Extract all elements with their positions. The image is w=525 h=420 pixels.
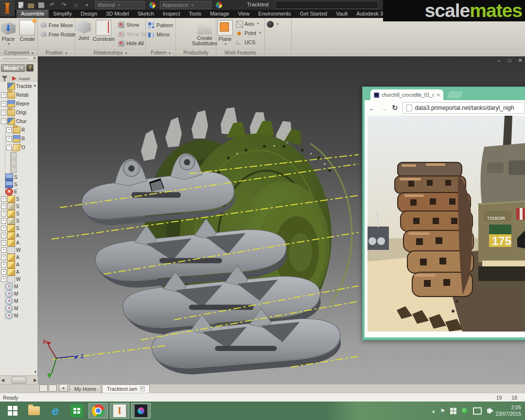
tree-item[interactable]: +S (0, 210, 37, 217)
tree-item[interactable]: M (0, 312, 37, 319)
tab-view[interactable]: View (234, 10, 254, 18)
material-sphere-icon[interactable] (149, 2, 156, 8)
work-features-group-label[interactable]: Work Features (216, 50, 265, 56)
scroll-right-icon[interactable]: ▶ (34, 378, 37, 383)
tree-h-scrollbar[interactable]: ◀ ▶ (0, 375, 38, 384)
constrain-button[interactable]: Constrain (93, 20, 115, 48)
browser-mode-button[interactable]: Model▾ (1, 64, 25, 72)
scroll-left-icon[interactable]: ◀ (1, 378, 4, 383)
pattern-button[interactable]: Pattern (146, 20, 175, 30)
appearance-sphere-icon[interactable] (216, 2, 222, 8)
open-file-icon[interactable] (28, 3, 34, 8)
store-button[interactable] (67, 403, 87, 419)
filter-icon[interactable] (1, 76, 8, 82)
action-center-flag-icon[interactable]: ⚑ (440, 408, 445, 414)
material-dropdown[interactable]: Material ▾ (95, 1, 145, 9)
tree-item[interactable]: +A (0, 232, 37, 239)
tree-item[interactable]: +S (0, 203, 37, 210)
tree-item[interactable]: +Origi (0, 108, 37, 117)
forward-icon[interactable]: → (380, 104, 387, 112)
scroll-thumb[interactable] (12, 377, 26, 384)
close-icon[interactable]: ✕ (517, 57, 523, 64)
save-icon[interactable] (38, 2, 44, 8)
create-button[interactable]: Create (19, 20, 35, 42)
clock[interactable]: 2:05 23/07/2015 (495, 404, 521, 417)
undo-icon[interactable]: ↶ (49, 1, 56, 9)
pattern-group-label[interactable]: Pattern ▾ (146, 50, 176, 56)
axis-button[interactable]: Axis▾ (234, 19, 261, 28)
expand-dock-icon[interactable]: ▴ (59, 384, 68, 392)
productivity-group-label[interactable]: Productivity (176, 50, 216, 56)
show-button[interactable]: Show (116, 20, 150, 29)
inventor-app-button[interactable] (0, 0, 15, 17)
tree-scroll-down-icon[interactable]: ▾ (34, 369, 36, 374)
tree-item[interactable]: M (0, 283, 37, 290)
tree-item[interactable]: M (0, 290, 37, 298)
show-sick-button[interactable]: Show Sick (116, 29, 150, 38)
tab-manage[interactable]: Manage (206, 10, 234, 18)
volume-icon[interactable] (487, 409, 490, 413)
browser-tab[interactable]: churchill_crocodile_01_of_ ✕ (370, 89, 443, 100)
tree-item[interactable]: +W (0, 276, 37, 283)
media-app-button[interactable] (131, 403, 151, 419)
panel-overflow-button[interactable]: ▾ (265, 19, 291, 29)
free-rotate-button[interactable]: Free Rotate (38, 30, 75, 39)
appearance-dropdown[interactable]: Appearance ▾ (160, 1, 211, 9)
place-button[interactable]: Place▾ (1, 21, 16, 46)
free-move-button[interactable]: Free Move (38, 20, 75, 30)
tree-item[interactable]: −O (0, 143, 37, 152)
tree-item[interactable]: +A (0, 268, 37, 276)
point-button[interactable]: ◆ Point▾ (234, 28, 261, 37)
reload-icon[interactable]: ↻ (392, 104, 398, 112)
tree-item[interactable]: +R (0, 125, 37, 134)
tab-sketch[interactable]: Sketch (133, 10, 158, 18)
file-explorer-button[interactable] (24, 403, 44, 419)
update-icon[interactable]: ◐ (84, 1, 91, 9)
tab-inspect[interactable]: Inspect (158, 10, 184, 18)
tree-item[interactable]: +Repre (0, 99, 37, 108)
tab-simplify[interactable]: Simplify (49, 10, 76, 18)
tab-vault[interactable]: Vault (332, 10, 352, 18)
tree-item[interactable]: +S (0, 217, 37, 225)
tree-item[interactable]: +W (0, 246, 37, 254)
new-file-icon[interactable] (18, 2, 23, 8)
inventor-taskbar-button[interactable]: I (110, 403, 129, 419)
tree-item[interactable]: +S (0, 225, 37, 232)
ucs-button[interactable]: ∟ UCS (234, 37, 261, 47)
tab-get-started[interactable]: Get Started (296, 10, 332, 18)
back-icon[interactable]: ← (368, 104, 376, 112)
tree-item[interactable]: S (0, 174, 37, 181)
tree-item[interactable]: +Relati (0, 90, 37, 99)
tree-item[interactable]: Trackte (0, 82, 37, 90)
search-input[interactable] (275, 1, 378, 9)
tab-tools[interactable]: Tools (184, 10, 206, 18)
network-icon[interactable] (473, 407, 482, 415)
home-icon[interactable]: ⌂ (72, 1, 79, 9)
model-tree[interactable]: Trackte +Relati +Repre +Origi −Chur +R +… (0, 81, 37, 375)
tab-close-icon[interactable]: ✕ (140, 386, 145, 391)
component-group-label[interactable]: Component ▾ (0, 50, 38, 56)
tree-item[interactable]: +S (0, 195, 37, 203)
tray-expand-icon[interactable]: ▴ (432, 408, 435, 414)
chrome-window[interactable]: churchill_crocodile_01_of_ ✕ ← → ↻ data3… (362, 87, 525, 340)
hide-all-button[interactable]: Hide All (116, 38, 150, 48)
start-button[interactable] (3, 403, 22, 419)
tab-3d-model[interactable]: 3D Model (102, 10, 133, 18)
redo-icon[interactable]: ↷ (60, 1, 68, 9)
tab-environments[interactable]: Environments (254, 10, 295, 18)
help-button[interactable]: ? (26, 64, 34, 71)
tab-close-icon[interactable]: ✕ (437, 92, 440, 98)
position-group-label[interactable]: Position ▾ (38, 50, 75, 56)
update-status-icon[interactable] (462, 408, 468, 414)
chrome-taskbar-button[interactable] (88, 403, 108, 419)
tree-item[interactable]: +A (0, 239, 37, 246)
windows-defender-icon[interactable] (450, 408, 456, 414)
address-bar[interactable]: data3.primeportal.net/tanks/daryl_nigh (402, 102, 525, 114)
tree-item[interactable]: M (0, 305, 37, 312)
tree-item[interactable] (0, 152, 37, 159)
tab-assemble[interactable]: Assemble (17, 10, 49, 18)
tree-item[interactable]: M (0, 298, 37, 305)
new-tab-button[interactable] (447, 91, 464, 98)
tab-design[interactable]: Design (76, 10, 102, 18)
tree-item[interactable]: +A (0, 254, 37, 261)
